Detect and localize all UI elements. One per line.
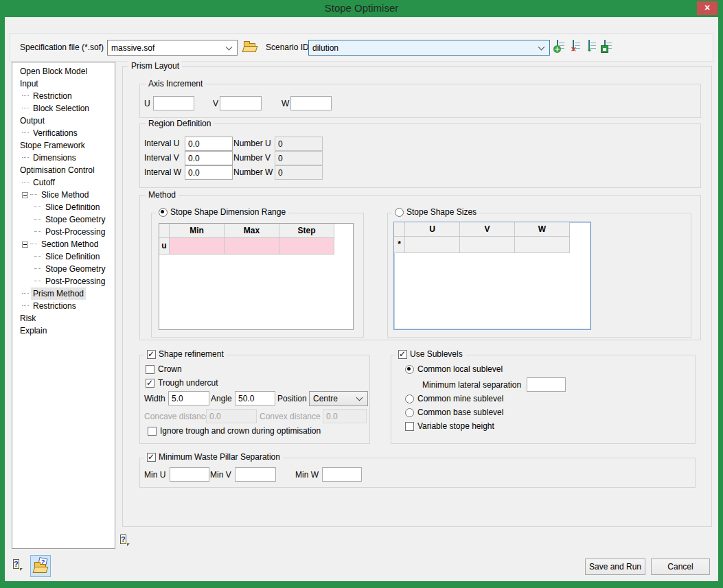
- sidebar-item-slice-method[interactable]: Slice Method: [12, 189, 115, 201]
- min-lateral-separation-label: Minimum lateral separation: [422, 380, 521, 390]
- cell-star-v[interactable]: [460, 237, 515, 253]
- sidebar-item-restriction[interactable]: Restriction: [12, 90, 115, 102]
- axis-v-label: V: [213, 99, 218, 108]
- sidebar-item-stope-geometry[interactable]: Stope Geometry: [12, 213, 115, 226]
- document-delete-icon: ×: [573, 40, 574, 51]
- sidebar-item-slice-definition[interactable]: Slice Definition: [12, 201, 115, 213]
- sidebar-item-post-processing-2[interactable]: Post-Processing: [12, 275, 115, 287]
- document-add-icon: +: [557, 40, 558, 51]
- scenario-id-combobox[interactable]: dilution: [308, 40, 550, 56]
- method-group: Method Stope Shape Dimension Range Min M…: [139, 195, 701, 340]
- common-local-sublevel-option[interactable]: Common local sublevel: [405, 364, 503, 374]
- sidebar-item-block-selection[interactable]: Block Selection: [12, 102, 115, 115]
- axis-increment-group: Axis Increment U V W: [139, 84, 701, 118]
- crown-checkbox[interactable]: [146, 365, 154, 374]
- cancel-button[interactable]: Cancel: [651, 558, 710, 575]
- ignore-trough-crown-checkbox[interactable]: [148, 427, 157, 436]
- number-w-field: [275, 165, 323, 180]
- sidebar-item-optimisation-control[interactable]: Optimisation Control: [12, 164, 115, 176]
- column-header-min: Min: [170, 224, 225, 238]
- sidebar-item-post-processing[interactable]: Post-Processing: [12, 226, 115, 238]
- corner-cell: [394, 222, 405, 237]
- spec-file-combobox[interactable]: massive.sof: [107, 40, 238, 56]
- navigation-tree: Open Block Model Input Restriction Block…: [12, 62, 115, 549]
- trough-undercut-checkbox[interactable]: [146, 379, 154, 388]
- sidebar-item-risk[interactable]: Risk: [12, 312, 115, 325]
- sidebar-item-explain[interactable]: Explain: [12, 325, 115, 337]
- sidebar-item-restrictions[interactable]: Restrictions: [12, 300, 115, 312]
- dimension-range-radio[interactable]: [159, 208, 168, 217]
- crown-label: Crown: [158, 364, 182, 374]
- scenario-save-button[interactable]: [604, 40, 606, 50]
- cell-star-w[interactable]: [515, 237, 570, 253]
- crown-option[interactable]: Crown: [146, 364, 182, 374]
- sidebar-item-cutoff[interactable]: Cutoff: [12, 176, 115, 189]
- sidebar-item-open-block-model[interactable]: Open Block Model: [12, 65, 115, 78]
- trough-undercut-option[interactable]: Trough undercut: [146, 378, 218, 388]
- header-box: Specification file (*.sof) massive.sof S…: [10, 33, 713, 62]
- sidebar-item-dimensions[interactable]: Dimensions: [12, 152, 115, 164]
- variable-stope-height-option[interactable]: Variable stope height: [405, 421, 494, 431]
- position-combobox[interactable]: Centre: [309, 391, 368, 406]
- tree-help-button[interactable]: ?: [120, 534, 126, 545]
- common-base-sublevel-option[interactable]: Common base sublevel: [405, 408, 503, 417]
- sidebar-item-stope-geometry-2[interactable]: Stope Geometry: [12, 263, 115, 275]
- cell-u-min[interactable]: [170, 238, 225, 255]
- axis-w-input[interactable]: [290, 96, 332, 110]
- min-w-input[interactable]: [322, 467, 362, 482]
- window-title: Stope Optimiser: [0, 2, 723, 14]
- variable-stope-height-checkbox[interactable]: [405, 422, 414, 431]
- dialog-help-button[interactable]: ?: [13, 559, 19, 569]
- cell-u-max[interactable]: [225, 238, 279, 255]
- common-local-sublevel-label: Common local sublevel: [417, 364, 503, 374]
- min-u-input[interactable]: [170, 467, 209, 482]
- sidebar-item-slice-definition-2[interactable]: Slice Definition: [12, 250, 115, 263]
- axis-u-input[interactable]: [153, 96, 194, 110]
- help-icon: ?: [13, 559, 19, 569]
- cell-u-step[interactable]: [279, 238, 334, 255]
- common-local-sublevel-radio[interactable]: [405, 365, 414, 374]
- use-sublevels-label: Use Sublevels: [410, 349, 463, 359]
- number-v-field: [275, 151, 323, 165]
- column-header-v: V: [460, 222, 515, 237]
- trough-undercut-label: Trough undercut: [158, 378, 218, 388]
- interval-v-input[interactable]: [185, 151, 233, 165]
- ignore-trough-crown-option[interactable]: Ignore trough and crown during optimisat…: [148, 426, 321, 436]
- scenario-import-button[interactable]: ↓: [588, 40, 590, 50]
- min-waste-pillar-checkbox[interactable]: [147, 453, 156, 462]
- sidebar-item-output[interactable]: Output: [12, 115, 115, 127]
- save-and-run-button[interactable]: Save and Run: [585, 558, 645, 575]
- interval-w-input[interactable]: [185, 165, 233, 180]
- scenario-new-button[interactable]: +: [557, 40, 558, 50]
- collapse-icon[interactable]: [22, 192, 28, 198]
- common-mine-sublevel-option[interactable]: Common mine sublevel: [405, 394, 503, 403]
- sidebar-item-input[interactable]: Input: [12, 78, 115, 90]
- cell-star-u[interactable]: [405, 237, 460, 253]
- sidebar-item-prism-method[interactable]: Prism Method: [12, 287, 115, 300]
- width-input[interactable]: [168, 391, 209, 405]
- min-lateral-separation-input[interactable]: [527, 377, 566, 392]
- use-sublevels-checkbox[interactable]: [398, 350, 407, 359]
- min-v-input[interactable]: [235, 467, 276, 482]
- chevron-down-icon: [538, 43, 545, 50]
- context-help-button[interactable]: ?: [30, 555, 51, 577]
- column-header-step: Step: [279, 224, 334, 238]
- sidebar-item-stope-framework[interactable]: Stope Framework: [12, 139, 115, 152]
- number-w-label: Number W: [233, 167, 273, 177]
- angle-input[interactable]: [235, 391, 275, 405]
- column-header-u: U: [405, 222, 460, 237]
- interval-w-label: Interval W: [144, 167, 181, 177]
- interval-u-input[interactable]: [185, 137, 233, 151]
- sidebar-item-verifications[interactable]: Verifications: [12, 127, 115, 139]
- close-button[interactable]: ×: [697, 1, 718, 15]
- common-mine-sublevel-radio[interactable]: [405, 395, 414, 403]
- scenario-delete-button[interactable]: ×: [573, 40, 574, 50]
- common-base-sublevel-radio[interactable]: [405, 408, 414, 417]
- sidebar-item-section-method[interactable]: Section Method: [12, 238, 115, 250]
- number-u-label: Number U: [233, 139, 271, 148]
- shape-sizes-radio[interactable]: [395, 208, 404, 217]
- shape-refinement-checkbox[interactable]: [147, 350, 156, 359]
- convex-distance-label: Convex distance: [260, 412, 321, 421]
- axis-v-input[interactable]: [220, 96, 262, 110]
- collapse-icon[interactable]: [22, 242, 28, 248]
